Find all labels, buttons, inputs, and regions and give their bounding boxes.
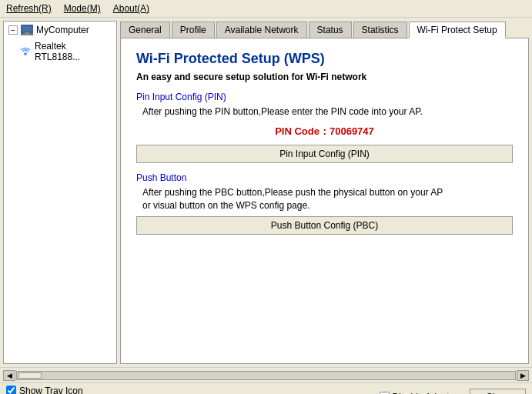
bottom-bar: Show Tray Icon Radio Off Disable Adapter…: [0, 382, 532, 394]
disable-adapter-label[interactable]: Disable Adapter: [380, 392, 458, 395]
push-button-config-button[interactable]: Push Button Config (PBC): [136, 216, 513, 235]
pin-section-label: Pin Input Config (PIN): [136, 92, 513, 102]
svg-rect-2: [23, 34, 31, 35]
svg-rect-0: [22, 25, 32, 32]
svg-rect-1: [25, 32, 29, 34]
scrollbar-area: ◀ ▶: [0, 367, 532, 382]
pin-input-config-button[interactable]: Pin Input Config (PIN): [136, 145, 513, 163]
tab-available-network[interactable]: Available Network: [216, 22, 307, 38]
svg-point-3: [24, 52, 27, 55]
tab-statistics[interactable]: Statistics: [353, 22, 407, 38]
tree-root-label: MyComputer: [36, 25, 89, 35]
tree-root[interactable]: − MyComputer: [4, 22, 116, 38]
sidebar-tree: − MyComputer Realtek RTL8188...: [3, 21, 117, 364]
tab-panel: General Profile Available Network Status…: [120, 21, 529, 364]
pbc-section-label: Push Button: [136, 172, 513, 183]
bottom-left-items: Show Tray Icon Radio Off: [6, 386, 83, 395]
show-tray-icon-label[interactable]: Show Tray Icon: [6, 386, 83, 395]
tree-expand-icon[interactable]: −: [8, 25, 18, 35]
tab-wifi-protect-setup[interactable]: Wi-Fi Protect Setup: [409, 22, 506, 38]
tab-status[interactable]: Status: [309, 22, 352, 38]
wps-title: Wi-Fi Protected Setup (WPS): [136, 51, 513, 67]
bottom-right: Disable Adapter Close: [380, 389, 526, 395]
wifi-adapter-icon: [19, 46, 32, 57]
tab-general[interactable]: General: [120, 22, 170, 38]
computer-icon: [21, 25, 33, 35]
menu-about[interactable]: About(A): [110, 2, 152, 15]
tab-profile[interactable]: Profile: [172, 22, 215, 38]
pin-code-value: 70069747: [330, 125, 374, 137]
scroll-thumb[interactable]: [18, 372, 42, 379]
show-tray-icon-text: Show Tray Icon: [19, 386, 83, 395]
menu-refresh[interactable]: Refresh(R): [3, 2, 55, 15]
tab-bar: General Profile Available Network Status…: [120, 22, 529, 38]
pin-section-desc: After pushing the PIN button,Please ente…: [142, 105, 513, 119]
pbc-section-desc: After pushing the PBC button,Please push…: [142, 186, 513, 212]
scroll-left-button[interactable]: ◀: [3, 370, 15, 381]
pin-code-label: PIN Code：: [275, 125, 330, 137]
disable-adapter-text: Disable Adapter: [393, 392, 458, 395]
pin-code-display: PIN Code：70069747: [136, 125, 513, 139]
menu-mode[interactable]: Mode(M): [61, 2, 104, 15]
tree-child[interactable]: Realtek RTL8188...: [4, 38, 116, 65]
wps-subtitle: An easy and secure setup solution for Wi…: [136, 72, 513, 82]
scroll-right-button[interactable]: ▶: [517, 370, 529, 381]
main-container: − MyComputer Realtek RTL8188...: [0, 18, 532, 367]
scroll-track[interactable]: [16, 371, 516, 380]
menubar: Refresh(R) Mode(M) About(A): [0, 0, 532, 18]
content-area: Wi-Fi Protected Setup (WPS) An easy and …: [120, 38, 529, 364]
show-tray-icon-checkbox[interactable]: [6, 386, 16, 394]
close-button[interactable]: Close: [470, 389, 526, 395]
tree-child-label: Realtek RTL8188...: [35, 41, 112, 62]
